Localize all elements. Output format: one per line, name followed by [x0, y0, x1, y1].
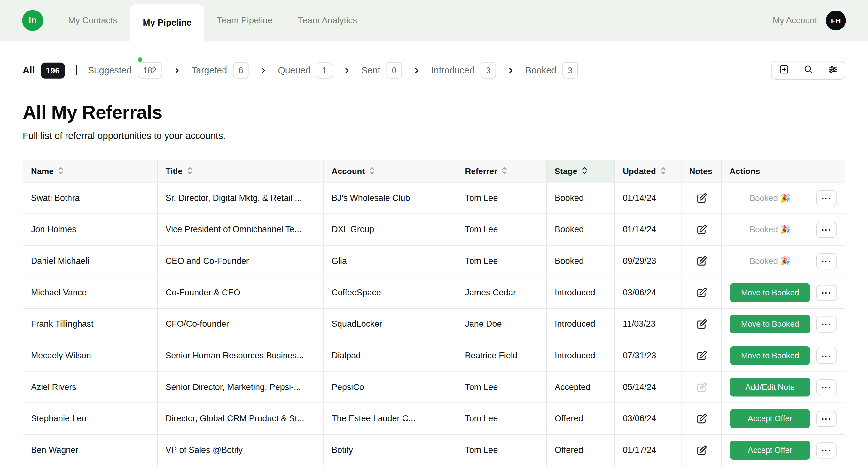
search-button[interactable]: [796, 61, 820, 79]
my-account-link[interactable]: My Account: [773, 15, 817, 25]
referral-pipeline-app: In My ContactsMy PipelineTeam PipelineTe…: [0, 0, 868, 474]
accept-offer-button[interactable]: Accept Offer: [730, 409, 810, 428]
column-header-referrer[interactable]: Referrer: [457, 160, 547, 182]
column-header-name[interactable]: Name: [23, 160, 158, 182]
stage-count-badge: 1: [316, 62, 332, 78]
main-content: All196Suggested182Targeted6Queued1Sent0I…: [0, 61, 868, 466]
stage-filter-queued[interactable]: Queued1: [278, 62, 332, 78]
note-edit-icon[interactable]: [696, 413, 707, 425]
note-edit-icon[interactable]: [696, 192, 707, 204]
cell-notes: [681, 340, 721, 371]
actions-wrap: Accept Offer···: [730, 441, 837, 460]
stage-count-badge: 0: [386, 62, 402, 78]
chevron-right-icon: [507, 67, 515, 74]
cell-title: Co-Founder & CEO: [158, 277, 323, 309]
note-edit-icon[interactable]: [696, 350, 707, 361]
column-header-updated[interactable]: Updated: [615, 160, 681, 182]
cell-account: BJ's Wholesale Club: [323, 182, 457, 214]
cell-name: Swati Bothra: [23, 182, 158, 214]
cell-account: Dialpad: [323, 340, 457, 371]
cell-actions: Booked 🎉···: [721, 214, 845, 245]
stage-filter-sent[interactable]: Sent0: [362, 62, 402, 78]
row-more-button[interactable]: ···: [816, 190, 837, 206]
note-edit-icon[interactable]: [696, 318, 707, 330]
stage-label: Suggested: [88, 65, 132, 75]
cell-referrer: Tom Lee: [457, 371, 547, 403]
table-body: Swati BothraSr. Director, Digital Mktg. …: [23, 182, 845, 466]
move-to-booked-button[interactable]: Move to Booked: [730, 315, 810, 334]
cell-stage: Offered: [547, 434, 615, 466]
stage-filter-all[interactable]: All196: [23, 62, 65, 78]
row-more-button[interactable]: ···: [816, 379, 837, 395]
note-edit-icon[interactable]: [696, 444, 707, 456]
row-more-button[interactable]: ···: [816, 442, 837, 458]
add-button[interactable]: [772, 61, 796, 79]
column-header-label: Title: [165, 166, 183, 176]
actions-wrap: Move to Booked···: [730, 283, 837, 302]
add-edit-note-button[interactable]: Add/Edit Note: [730, 378, 810, 397]
booked-status-label: Booked 🎉: [730, 256, 810, 266]
cell-actions: Move to Booked···: [721, 277, 845, 309]
booked-status-label: Booked 🎉: [730, 193, 810, 203]
nav-tab-team-analytics[interactable]: Team Analytics: [285, 0, 370, 41]
chevron-right-icon: [259, 67, 267, 74]
stage-filter-booked[interactable]: Booked3: [525, 62, 578, 78]
cell-name: Stephanie Leo: [23, 403, 158, 434]
column-header-notes: Notes: [681, 160, 721, 182]
sort-icon: [58, 166, 64, 176]
chevron-right-icon: [173, 67, 181, 74]
cell-account: CoffeeSpace: [323, 277, 457, 309]
top-nav-bar: In My ContactsMy PipelineTeam PipelineTe…: [0, 0, 868, 41]
cell-actions: Accept Offer···: [721, 434, 845, 466]
move-to-booked-button[interactable]: Move to Booked: [730, 283, 810, 302]
nav-tab-my-pipeline[interactable]: My Pipeline: [130, 4, 204, 41]
user-avatar[interactable]: FH: [826, 10, 846, 30]
row-more-button[interactable]: ···: [816, 284, 837, 301]
note-edit-icon[interactable]: [696, 287, 707, 298]
booked-status-label: Booked 🎉: [730, 225, 810, 234]
accept-offer-button[interactable]: Accept Offer: [730, 441, 810, 460]
stage-filter-targeted[interactable]: Targeted6: [191, 62, 249, 78]
cell-notes: [681, 403, 721, 434]
cell-actions: Add/Edit Note···: [721, 371, 845, 403]
nav-tab-team-pipeline[interactable]: Team Pipeline: [204, 0, 285, 41]
nav-tab-label: My Contacts: [68, 15, 117, 25]
column-header-inner: Account: [332, 166, 449, 176]
sort-icon: [502, 166, 507, 176]
note-edit-icon[interactable]: [696, 381, 707, 393]
note-edit-icon[interactable]: [696, 255, 707, 267]
stage-filter-introduced[interactable]: Introduced3: [431, 62, 496, 78]
cell-account: DXL Group: [323, 214, 457, 245]
stage-label: Booked: [525, 65, 556, 75]
cell-stage: Booked: [547, 182, 615, 214]
filter-sliders-button[interactable]: [820, 61, 845, 79]
cell-stage: Booked: [547, 214, 615, 245]
cell-stage: Booked: [547, 245, 615, 277]
column-header-title[interactable]: Title: [158, 160, 323, 182]
note-edit-icon[interactable]: [696, 224, 707, 235]
row-more-button[interactable]: ···: [816, 316, 837, 332]
row-more-button[interactable]: ···: [816, 411, 837, 427]
cell-name: Michael Vance: [23, 277, 158, 309]
row-more-button[interactable]: ···: [816, 347, 837, 364]
column-header-label: Stage: [555, 166, 578, 176]
move-to-booked-button[interactable]: Move to Booked: [730, 346, 810, 365]
cell-updated: 09/29/23: [615, 245, 681, 277]
actions-wrap: Booked 🎉···: [730, 190, 837, 206]
stage-filter-suggested[interactable]: Suggested182: [88, 62, 162, 78]
actions-wrap: Accept Offer···: [730, 409, 837, 428]
nav-tab-my-contacts[interactable]: My Contacts: [55, 0, 130, 41]
cell-title: CFO/Co-founder: [158, 308, 323, 340]
cell-title: Sr. Director, Digital Mktg. & Retail ...: [158, 182, 323, 214]
column-header-stage[interactable]: Stage: [547, 160, 615, 182]
cell-actions: Booked 🎉···: [721, 245, 845, 277]
row-more-button[interactable]: ···: [816, 253, 837, 269]
column-header-account[interactable]: Account: [323, 160, 457, 182]
logo-text: In: [28, 15, 37, 26]
cell-stage: Introduced: [547, 308, 615, 340]
cell-title: Senior Director, Marketing, Pepsi-...: [158, 371, 323, 403]
sort-icon: [660, 166, 666, 176]
linkedin-logo-icon[interactable]: In: [22, 10, 43, 31]
pipeline-stages: All196Suggested182Targeted6Queued1Sent0I…: [23, 62, 578, 78]
row-more-button[interactable]: ···: [816, 222, 837, 237]
